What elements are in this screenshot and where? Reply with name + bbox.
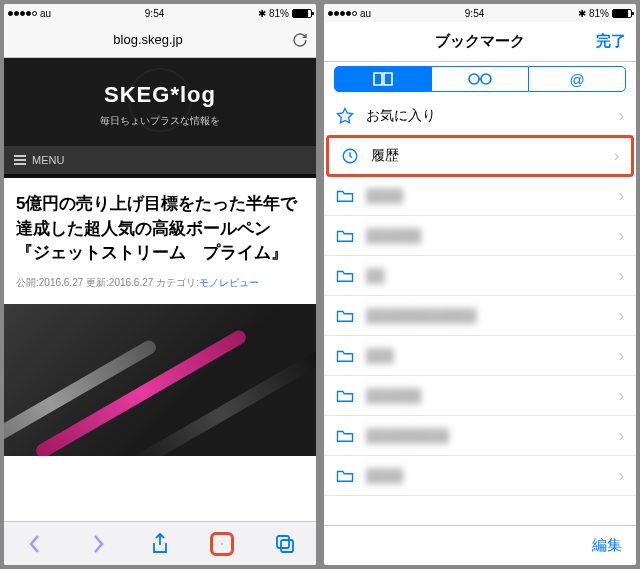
phone-left-safari-page: au 9:54 ✱ 81% blog.skeg.jp SKEG*log 毎日ちょ… xyxy=(4,4,316,565)
row-label: お気に入り xyxy=(366,107,436,125)
svg-point-2 xyxy=(469,74,479,84)
row-folder[interactable]: ████████████› xyxy=(324,296,636,336)
edit-button[interactable]: 編集 xyxy=(592,536,622,555)
article: 5億円の売り上げ目標をたった半年で達成した超人気の高級ボールペン『ジェットストリ… xyxy=(4,178,316,296)
site-title: SKEG*log xyxy=(4,82,316,108)
phone-right-bookmarks: au 9:54 ✱ 81% ブックマーク 完了 @ お気に入り › xyxy=(324,4,636,565)
chevron-right-icon: › xyxy=(619,307,624,325)
battery-icon xyxy=(612,9,632,18)
row-label: ██████ xyxy=(366,388,421,403)
clock: 9:54 xyxy=(465,8,484,19)
status-bar: au 9:54 ✱ 81% xyxy=(324,4,636,22)
chevron-right-icon: › xyxy=(619,387,624,405)
row-label: ████ xyxy=(366,468,403,483)
folder-icon xyxy=(336,468,354,484)
bluetooth-icon: ✱ xyxy=(578,8,586,19)
row-label: ████ xyxy=(366,188,403,203)
clock: 9:54 xyxy=(145,8,164,19)
article-title[interactable]: 5億円の売り上げ目標をたった半年で達成した超人気の高級ボールペン『ジェットストリ… xyxy=(16,192,304,266)
folder-icon xyxy=(336,188,354,204)
article-meta: 公開:2016.6.27 更新:2016.6.27 カテゴリ:モノレビュー xyxy=(16,276,304,290)
article-image xyxy=(4,304,316,456)
row-folder[interactable]: ████› xyxy=(324,176,636,216)
battery-pct: 81% xyxy=(589,8,609,19)
site-menu-bar[interactable]: MENU xyxy=(4,146,316,178)
carrier-label: au xyxy=(40,8,51,19)
url-field[interactable]: blog.skeg.jp xyxy=(12,32,284,47)
svg-rect-0 xyxy=(277,536,289,548)
page-title: ブックマーク xyxy=(435,32,525,51)
battery-pct: 81% xyxy=(269,8,289,19)
row-label: ████████████ xyxy=(366,308,477,323)
bookmarks-icon[interactable] xyxy=(210,532,234,556)
row-folder[interactable]: ██████› xyxy=(324,376,636,416)
nav-bar: ブックマーク 完了 xyxy=(324,22,636,62)
row-folder[interactable]: ██› xyxy=(324,256,636,296)
row-history[interactable]: 履歴 › xyxy=(326,135,634,177)
chevron-right-icon: › xyxy=(614,147,619,165)
tab-shared-links[interactable]: @ xyxy=(528,66,626,92)
row-folder[interactable]: ██████› xyxy=(324,216,636,256)
row-label: 履歴 xyxy=(371,147,399,165)
chevron-right-icon: › xyxy=(619,107,624,125)
chevron-right-icon: › xyxy=(619,427,624,445)
site-header: SKEG*log 毎日ちょいプラスな情報を xyxy=(4,58,316,146)
site-tagline: 毎日ちょいプラスな情報を xyxy=(4,114,316,128)
bookmark-list: お気に入り › 履歴 › ████› ██████› ██› █████████… xyxy=(324,96,636,525)
row-label: ██ xyxy=(366,268,384,283)
menu-label: MENU xyxy=(32,154,64,166)
chevron-right-icon: › xyxy=(619,347,624,365)
tab-bookmarks[interactable] xyxy=(334,66,432,92)
row-folder[interactable]: ████› xyxy=(324,456,636,496)
status-bar: au 9:54 ✱ 81% xyxy=(4,4,316,22)
row-label: ██████ xyxy=(366,228,421,243)
folder-icon xyxy=(336,388,354,404)
forward-icon[interactable] xyxy=(86,532,110,556)
hamburger-icon[interactable] xyxy=(14,155,26,165)
row-label: █████████ xyxy=(366,428,449,443)
row-favorites[interactable]: お気に入り › xyxy=(324,96,636,136)
reload-icon[interactable] xyxy=(292,32,308,48)
folder-icon xyxy=(336,228,354,244)
back-icon[interactable] xyxy=(23,532,47,556)
safari-toolbar xyxy=(4,521,316,565)
chevron-right-icon: › xyxy=(619,467,624,485)
chevron-right-icon: › xyxy=(619,267,624,285)
done-button[interactable]: 完了 xyxy=(596,32,626,51)
chevron-right-icon: › xyxy=(619,187,624,205)
signal-dots-icon xyxy=(328,11,357,16)
clock-icon xyxy=(341,147,359,165)
tab-reading-list[interactable] xyxy=(432,66,528,92)
carrier-label: au xyxy=(360,8,371,19)
row-label: ███ xyxy=(366,348,394,363)
svg-point-3 xyxy=(481,74,491,84)
chevron-right-icon: › xyxy=(619,227,624,245)
battery-icon xyxy=(292,9,312,18)
star-icon xyxy=(336,107,354,125)
folder-icon xyxy=(336,268,354,284)
folder-icon xyxy=(336,428,354,444)
signal-dots-icon xyxy=(8,11,37,16)
bluetooth-icon: ✱ xyxy=(258,8,266,19)
address-bar[interactable]: blog.skeg.jp xyxy=(4,22,316,58)
segmented-control[interactable]: @ xyxy=(324,62,636,96)
svg-rect-1 xyxy=(281,540,293,552)
bottom-bar: 編集 xyxy=(324,525,636,565)
folder-icon xyxy=(336,308,354,324)
category-link[interactable]: モノレビュー xyxy=(199,277,259,288)
folder-icon xyxy=(336,348,354,364)
share-icon[interactable] xyxy=(148,532,172,556)
tabs-icon[interactable] xyxy=(273,532,297,556)
row-folder[interactable]: ███› xyxy=(324,336,636,376)
row-folder[interactable]: █████████› xyxy=(324,416,636,456)
